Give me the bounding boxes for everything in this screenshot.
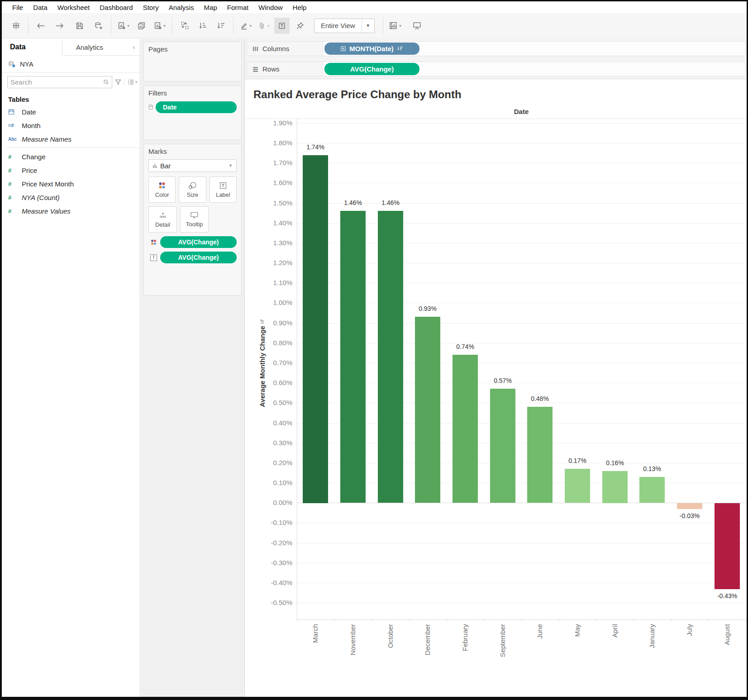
field-date[interactable]: Date bbox=[2, 105, 140, 119]
search-input[interactable] bbox=[8, 78, 103, 86]
bar-label-october: 1.46% bbox=[370, 199, 411, 206]
bar-march[interactable] bbox=[303, 155, 328, 503]
fit-view-select[interactable]: Entire View ▼ bbox=[314, 19, 375, 33]
column-field-label[interactable]: Date bbox=[297, 108, 746, 115]
expand-plus-icon[interactable] bbox=[341, 46, 346, 51]
bar-august[interactable] bbox=[715, 503, 740, 589]
menu-item-dashboard[interactable]: Dashboard bbox=[95, 4, 138, 11]
columns-pill-month-date[interactable]: MONTH(Date) bbox=[324, 43, 419, 55]
menu-item-window[interactable]: Window bbox=[253, 4, 287, 11]
datasource-row[interactable]: NYA bbox=[2, 56, 140, 73]
swap-rows-columns-button[interactable] bbox=[177, 18, 192, 34]
bar-may[interactable] bbox=[565, 469, 590, 503]
collapse-panel-button[interactable]: ‹ bbox=[128, 39, 140, 55]
search-box[interactable] bbox=[7, 76, 112, 88]
chevron-down-icon[interactable]: ▾ bbox=[399, 24, 401, 28]
field-change[interactable]: #Change bbox=[2, 150, 140, 163]
highlight-button[interactable]: ▾ bbox=[238, 18, 253, 34]
tab-analytics[interactable]: Analytics bbox=[62, 39, 128, 55]
menu-item-format[interactable]: Format bbox=[222, 4, 254, 11]
color-button-label: Color bbox=[155, 191, 169, 198]
field-measure-values[interactable]: #Measure Values bbox=[2, 204, 140, 218]
save-button[interactable] bbox=[72, 18, 87, 34]
fix-axes-pin-button[interactable] bbox=[292, 18, 308, 34]
menu-item-story[interactable]: Story bbox=[138, 4, 164, 11]
new-worksheet-button[interactable]: ▾ bbox=[116, 18, 131, 34]
sort-descending-icon[interactable] bbox=[260, 319, 265, 324]
bar-september[interactable] bbox=[490, 389, 515, 503]
chevron-down-icon[interactable]: ▾ bbox=[163, 24, 166, 28]
paperclip-button[interactable]: ▾ bbox=[256, 18, 272, 34]
bar-april[interactable] bbox=[602, 471, 628, 503]
bar-label-august: -0.43% bbox=[707, 592, 748, 600]
filters-card[interactable]: Filters Date bbox=[143, 86, 242, 140]
bar-label-january: 0.13% bbox=[632, 465, 672, 472]
bar-february[interactable] bbox=[453, 355, 478, 503]
bar-october[interactable] bbox=[378, 211, 403, 503]
tooltip-button[interactable]: Tooltip bbox=[180, 206, 209, 233]
menu-item-analysis[interactable]: Analysis bbox=[164, 4, 199, 11]
field-price-next-month[interactable]: #Price Next Month bbox=[2, 177, 140, 190]
number-icon: # bbox=[8, 181, 20, 187]
columns-shelf[interactable]: Columns MONTH(Date) bbox=[247, 41, 746, 56]
rows-shelf-tray[interactable]: AVG(Change) bbox=[323, 62, 746, 76]
bar-july[interactable] bbox=[677, 503, 702, 509]
clear-sheet-button[interactable]: ▾ bbox=[152, 18, 167, 34]
rows-shelf[interactable]: Rows AVG(Change) bbox=[247, 62, 746, 76]
rows-pill-avg-change[interactable]: AVG(Change) bbox=[324, 63, 419, 75]
mark-type-value: Bar bbox=[160, 162, 227, 170]
bar-january[interactable] bbox=[639, 477, 665, 503]
add-datasource-button[interactable] bbox=[91, 18, 106, 34]
bar-june[interactable] bbox=[527, 407, 553, 503]
y-tick-0.70: 0.70% bbox=[245, 359, 292, 367]
tab-data[interactable]: Data bbox=[2, 39, 62, 56]
redo-button[interactable] bbox=[52, 18, 67, 34]
color-button[interactable]: Color bbox=[148, 176, 176, 203]
chevron-down-icon[interactable]: ▾ bbox=[249, 24, 252, 28]
menu-item-help[interactable]: Help bbox=[288, 4, 312, 11]
undo-button[interactable] bbox=[33, 18, 48, 34]
menu-item-data[interactable]: Data bbox=[28, 4, 52, 11]
y-tick-0.80: 0.80% bbox=[245, 339, 292, 347]
chevron-down-icon[interactable]: ▼ bbox=[229, 163, 233, 168]
field-measure-names[interactable]: AbcMeasure Names bbox=[2, 132, 140, 146]
marks-card[interactable]: Marks Bar ▼ Color Size Label bbox=[143, 144, 242, 295]
pages-card[interactable]: Pages bbox=[143, 42, 242, 81]
chevron-down-icon[interactable]: ▼ bbox=[362, 19, 374, 33]
sort-descending-icon[interactable] bbox=[397, 46, 403, 51]
duplicate-sheet-button[interactable] bbox=[134, 18, 149, 34]
label-button[interactable]: Label bbox=[210, 176, 237, 203]
tableau-logo-icon[interactable] bbox=[8, 18, 24, 34]
field-month[interactable]: =#Month bbox=[2, 119, 140, 132]
detail-button[interactable]: Detail bbox=[148, 206, 177, 233]
menu-item-map[interactable]: Map bbox=[199, 4, 222, 11]
chevron-down-icon[interactable]: ▾ bbox=[267, 24, 270, 28]
columns-shelf-tray[interactable]: MONTH(Date) bbox=[323, 41, 746, 56]
filter-fields-icon[interactable] bbox=[115, 79, 121, 85]
bar-december[interactable] bbox=[415, 317, 440, 503]
sort-descending-button[interactable] bbox=[213, 18, 229, 34]
y-tick-0.30: 0.30% bbox=[245, 439, 292, 447]
toolbar-separator bbox=[233, 18, 233, 34]
menu-item-file[interactable]: File bbox=[7, 4, 28, 11]
view-options-icon[interactable]: ▾ bbox=[124, 79, 137, 85]
show-me-button[interactable]: ▾ bbox=[388, 18, 403, 34]
marks-label-pill[interactable]: AVG(Change) bbox=[160, 252, 237, 263]
sort-ascending-button[interactable] bbox=[195, 18, 210, 34]
rows-shelf-label: Rows bbox=[247, 62, 323, 76]
size-button[interactable]: Size bbox=[179, 176, 206, 203]
chevron-down-icon[interactable]: ▾ bbox=[135, 80, 137, 84]
y-axis-title[interactable]: Average Monthly Change bbox=[258, 319, 266, 407]
field-nya-count[interactable]: #NYA (Count) bbox=[2, 190, 140, 204]
toolbar-separator bbox=[111, 18, 111, 34]
chevron-down-icon[interactable]: ▾ bbox=[127, 24, 129, 28]
bar-november[interactable] bbox=[340, 211, 366, 503]
filter-pill-date[interactable]: Date bbox=[156, 101, 237, 113]
marks-color-pill[interactable]: AVG(Change) bbox=[160, 236, 237, 248]
menu-item-worksheet[interactable]: Worksheet bbox=[52, 4, 95, 11]
field-price[interactable]: #Price bbox=[2, 163, 140, 177]
mark-type-select[interactable]: Bar ▼ bbox=[148, 159, 237, 172]
show-mark-labels-button[interactable] bbox=[274, 18, 290, 34]
bar-label-february: 0.74% bbox=[445, 343, 486, 350]
presentation-mode-button[interactable] bbox=[410, 18, 425, 34]
